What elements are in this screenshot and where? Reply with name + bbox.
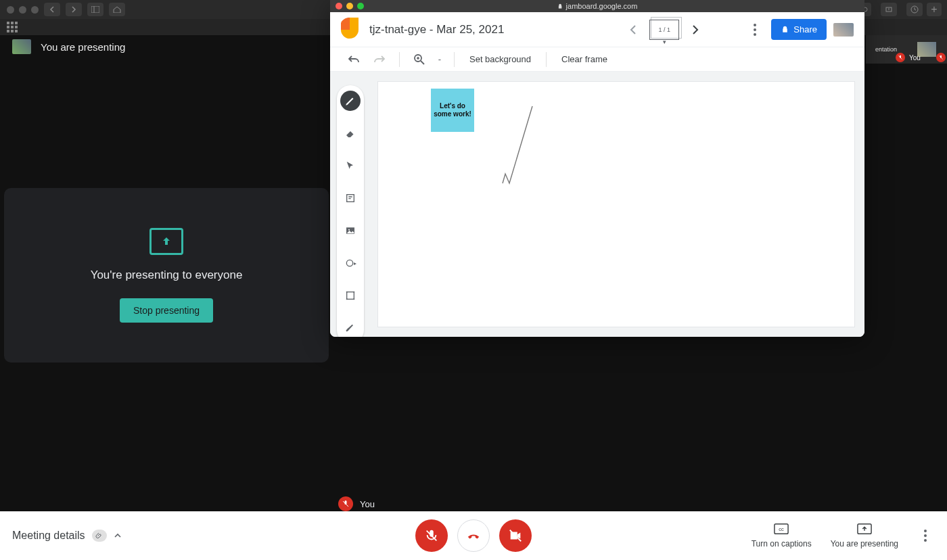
shape-tool[interactable]: ▸: [340, 253, 361, 273]
jamboard-canvas[interactable]: Let's do some work!: [377, 81, 855, 327]
thumbnail-self[interactable]: You: [906, 35, 947, 64]
lock-icon: [781, 25, 789, 34]
text-box-tool[interactable]: [340, 285, 361, 306]
frame-prev-button[interactable]: [624, 20, 643, 39]
svg-point-18: [353, 298, 354, 300]
jamboard-window: jamboard.google.com tjz-tnat-gye - Mar 2…: [330, 0, 864, 337]
jamboard-share-label: Share: [793, 24, 817, 34]
jamboard-account-avatar[interactable]: [833, 23, 854, 37]
jamboard-body: ▸ Let's do some work!: [330, 72, 864, 337]
svg-point-12: [348, 229, 350, 231]
presenting-card-text: You're presenting to everyone: [91, 269, 243, 282]
jamboard-subtoolbar: - Set background Clear frame: [330, 47, 864, 72]
new-tab-button[interactable]: +: [927, 3, 942, 16]
jamboard-url-text: jamboard.google.com: [566, 2, 638, 10]
svg-point-13: [346, 260, 352, 266]
frame-next-button[interactable]: [686, 20, 705, 39]
apps-grid-icon[interactable]: [7, 22, 18, 32]
jamboard-title[interactable]: tjz-tnat-gye - Mar 25, 2021: [369, 23, 504, 37]
presenter-avatar: [12, 39, 31, 54]
lock-icon: [557, 3, 563, 9]
captions-button[interactable]: cc Turn on captions: [752, 523, 812, 549]
frame-indicator-text: 1 / 1: [659, 26, 671, 33]
sidebar-toggle-icon[interactable]: [87, 3, 103, 16]
jamboard-more-button[interactable]: [745, 20, 764, 39]
kebab-icon: [754, 28, 756, 31]
sticky-note[interactable]: Let's do some work!: [431, 89, 474, 132]
sticky-note-tool[interactable]: [340, 188, 361, 208]
camera-off-button[interactable]: [499, 519, 532, 552]
svg-point-16: [353, 291, 354, 293]
stop-presenting-button[interactable]: Stop presenting: [120, 298, 213, 323]
meet-bottom-bar: Meeting details cc Turn on captions You …: [0, 511, 947, 560]
jamboard-tool-rail: ▸: [337, 85, 364, 337]
nav-forward-button[interactable]: [66, 3, 82, 16]
svg-text:cc: cc: [779, 526, 785, 532]
svg-point-15: [346, 291, 348, 293]
participant-thumbnails: entation You: [866, 35, 947, 64]
kebab-icon: [924, 534, 927, 537]
presenting-banner: You are presenting: [12, 39, 125, 54]
svg-rect-0: [91, 6, 99, 13]
present-screen-label: You are presenting: [831, 539, 898, 549]
pen-stroke: [493, 103, 547, 198]
jamboard-share-button[interactable]: Share: [771, 19, 827, 40]
sticky-note-text: Let's do some work!: [434, 102, 471, 118]
mic-muted-icon: [896, 53, 905, 62]
captions-label: Turn on captions: [752, 539, 812, 549]
zoom-button[interactable]: [408, 54, 431, 65]
jamboard-url: jamboard.google.com: [557, 2, 638, 10]
svg-point-17: [346, 298, 348, 300]
present-screen-button[interactable]: You are presenting: [831, 523, 898, 549]
redo-button: [368, 54, 391, 65]
clear-frame-button[interactable]: Clear frame: [555, 54, 614, 64]
meeting-details-label: Meeting details: [12, 530, 85, 542]
jamboard-logo-icon: [341, 18, 359, 42]
thumbnail-self-label: You: [909, 54, 921, 62]
thumbnail-presentation[interactable]: entation: [866, 35, 906, 64]
download-icon[interactable]: [881, 3, 897, 16]
svg-rect-14: [347, 292, 354, 300]
meeting-details-button[interactable]: Meeting details: [12, 530, 122, 542]
nav-back-button[interactable]: [44, 3, 60, 16]
zoom-menu-dash[interactable]: -: [434, 54, 446, 64]
more-options-button[interactable]: [917, 525, 933, 546]
history-icon[interactable]: [906, 3, 923, 16]
hangup-button[interactable]: [457, 519, 490, 552]
mic-muted-icon: [338, 496, 353, 511]
chevron-up-icon: [114, 532, 122, 540]
jamboard-traffic-lights[interactable]: [336, 3, 364, 9]
select-tool[interactable]: [340, 156, 361, 176]
mic-muted-icon: [936, 53, 946, 62]
jamboard-titlebar[interactable]: jamboard.google.com: [330, 0, 864, 12]
self-view-text: You: [360, 499, 375, 509]
caret-down-icon: ▾: [663, 39, 666, 45]
right-controls: cc Turn on captions You are presenting: [752, 523, 933, 549]
image-tool[interactable]: [340, 220, 361, 241]
attachment-icon: [92, 530, 107, 542]
presenting-card: You're presenting to everyone Stop prese…: [4, 188, 329, 363]
set-background-button[interactable]: Set background: [463, 54, 538, 64]
home-button[interactable]: [109, 3, 125, 16]
present-upload-icon: [149, 228, 183, 255]
laser-tool[interactable]: [340, 318, 361, 337]
mute-mic-button[interactable]: [415, 519, 448, 552]
frame-selector[interactable]: 1 / 1 ▾: [649, 20, 679, 40]
thumbnail-presentation-label: entation: [873, 46, 900, 53]
undo-button[interactable]: [342, 54, 365, 65]
jamboard-header: tjz-tnat-gye - Mar 25, 2021 1 / 1 ▾ Shar…: [330, 12, 864, 47]
presenting-banner-text: You are presenting: [41, 41, 125, 53]
eraser-tool[interactable]: [340, 123, 361, 143]
self-view-label: You: [338, 496, 375, 511]
window-traffic-lights[interactable]: [7, 6, 39, 14]
pen-tool[interactable]: [340, 91, 361, 111]
call-controls: [415, 519, 532, 552]
